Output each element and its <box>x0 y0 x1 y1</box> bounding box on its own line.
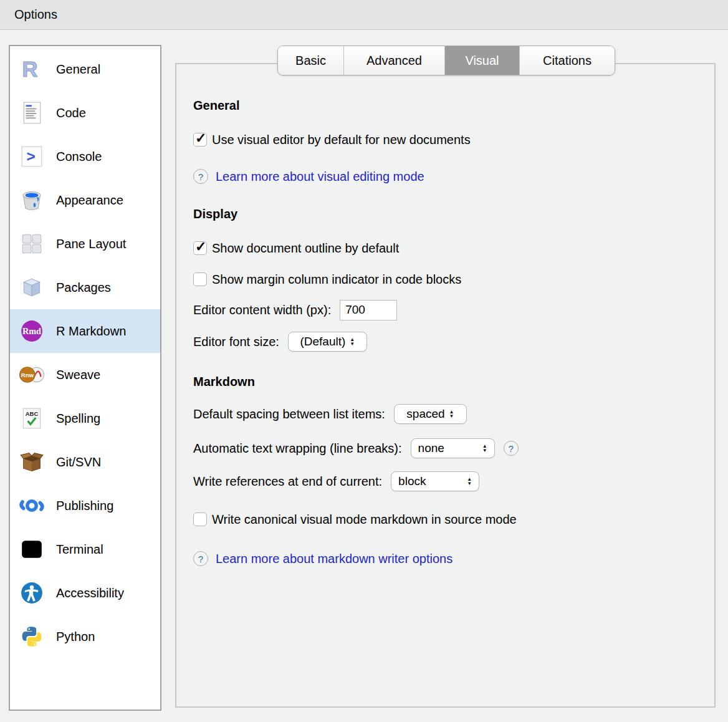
accessibility-person-icon <box>19 580 44 605</box>
write-canonical-checkbox[interactable]: ✓ <box>193 513 207 526</box>
sidebar-item-label: Packages <box>56 281 111 295</box>
font-size-label: Editor font size: <box>193 335 279 349</box>
references-select[interactable]: block ▲▼ <box>391 471 479 491</box>
svg-text:Rmd: Rmd <box>22 326 41 336</box>
references-label: Write references at end of current: <box>193 474 382 489</box>
visual-editing-learn-more-link[interactable]: Learn more about visual editing mode <box>216 170 424 184</box>
show-margin-checkbox[interactable]: ✓ <box>193 272 207 286</box>
sidebar-item-label: R Markdown <box>56 324 126 339</box>
row-list-spacing: Default spacing between list items: spac… <box>193 404 467 424</box>
row-text-wrapping: Automatic text wrapping (line breaks): n… <box>193 438 519 458</box>
write-canonical-label: Write canonical visual mode markdown in … <box>212 513 517 527</box>
help-icon[interactable]: ? <box>193 551 208 566</box>
svg-text:>: > <box>27 148 36 165</box>
sidebar-item-label: Terminal <box>56 542 103 557</box>
row-content-width: Editor content width (px): <box>193 300 397 320</box>
row-visual-editing-help: ? Learn more about visual editing mode <box>193 166 424 186</box>
row-show-margin: ✓ Show margin column indicator in code b… <box>193 269 461 289</box>
options-category-sidebar: R General Code > Console Appearance Pane… <box>9 45 161 711</box>
cardboard-box-icon <box>19 450 44 474</box>
package-cube-icon <box>19 275 44 300</box>
row-references: Write references at end of current: bloc… <box>193 471 479 491</box>
checkmark-icon: ✓ <box>195 239 206 255</box>
tab-visual[interactable]: Visual <box>445 46 520 75</box>
row-markdown-writer-help: ? Learn more about markdown writer optio… <box>193 549 453 569</box>
list-spacing-select[interactable]: spaced ▲▼ <box>394 404 467 424</box>
select-arrows-icon: ▲▼ <box>467 477 472 486</box>
rmarkdown-badge-icon: Rmd <box>19 319 44 344</box>
sidebar-item-python[interactable]: Python <box>10 615 160 658</box>
row-show-outline: ✓ Show document outline by default <box>193 238 399 258</box>
select-arrows-icon: ▲▼ <box>350 337 355 346</box>
show-margin-label: Show margin column indicator in code blo… <box>212 272 461 287</box>
select-arrows-icon: ▲▼ <box>482 444 487 453</box>
settings-tabbar: Basic Advanced Visual Citations <box>277 46 615 75</box>
markdown-writer-learn-more-link[interactable]: Learn more about markdown writer options <box>216 552 453 566</box>
tab-advanced[interactable]: Advanced <box>344 46 445 75</box>
sidebar-item-label: Console <box>56 150 102 164</box>
sidebar-item-pane-layout[interactable]: Pane Layout <box>10 222 160 266</box>
content-width-label: Editor content width (px): <box>193 303 331 317</box>
checkmark-icon: ✓ <box>195 130 206 147</box>
paint-bucket-icon <box>19 188 44 213</box>
show-outline-checkbox[interactable]: ✓ <box>193 241 207 255</box>
sidebar-item-label: Publishing <box>56 499 113 513</box>
text-wrapping-select[interactable]: none ▲▼ <box>411 438 495 458</box>
tab-citations[interactable]: Citations <box>520 46 615 75</box>
svg-text:ABC: ABC <box>26 410 39 417</box>
abc-checkmark-icon: ABC <box>19 406 44 431</box>
select-arrows-icon: ▲▼ <box>449 410 454 418</box>
sidebar-item-label: Code <box>56 106 86 120</box>
use-visual-editor-label: Use visual editor by default for new doc… <box>212 133 471 147</box>
sidebar-item-git-svn[interactable]: Git/SVN <box>10 440 160 484</box>
section-heading-general: General <box>193 95 239 115</box>
console-prompt-icon: > <box>19 144 44 169</box>
section-heading-display: Display <box>193 204 237 224</box>
window-title: Options <box>14 7 57 22</box>
sidebar-item-packages[interactable]: Packages <box>10 266 160 309</box>
sidebar-item-sweave[interactable]: Rnw Sweave <box>10 353 160 397</box>
content-width-input[interactable] <box>340 300 397 320</box>
sidebar-item-label: Appearance <box>56 193 123 208</box>
publish-connect-icon <box>19 493 44 518</box>
row-write-canonical: ✓ Write canonical visual mode markdown i… <box>193 509 517 529</box>
show-outline-label: Show document outline by default <box>212 241 399 256</box>
window-titlebar: Options <box>0 0 728 30</box>
sidebar-item-spelling[interactable]: ABC Spelling <box>10 397 160 440</box>
help-icon[interactable]: ? <box>504 441 519 456</box>
visual-settings-panel: General ✓ Use visual editor by default f… <box>175 63 716 708</box>
sidebar-item-label: Git/SVN <box>56 455 101 469</box>
code-document-icon <box>19 100 44 125</box>
help-icon[interactable]: ? <box>193 169 208 184</box>
sidebar-item-label: Python <box>56 630 95 644</box>
sidebar-item-r-markdown[interactable]: Rmd R Markdown <box>10 309 160 353</box>
use-visual-editor-checkbox[interactable]: ✓ <box>193 133 207 147</box>
sweave-rnw-pdf-icon: Rnw <box>19 362 44 387</box>
text-wrapping-label: Automatic text wrapping (line breaks): <box>193 441 402 456</box>
sidebar-item-label: Sweave <box>56 368 100 382</box>
python-logo-icon <box>19 624 44 649</box>
sidebar-item-code[interactable]: Code <box>10 91 160 135</box>
r-logo-icon: R <box>19 57 44 82</box>
sidebar-item-label: Pane Layout <box>56 237 126 251</box>
sidebar-item-console[interactable]: > Console <box>10 135 160 178</box>
font-size-select[interactable]: (Default) ▲▼ <box>288 332 367 352</box>
list-spacing-label: Default spacing between list items: <box>193 407 385 421</box>
svg-text:R: R <box>22 57 37 81</box>
sidebar-item-terminal[interactable]: Terminal <box>10 527 160 571</box>
tab-basic[interactable]: Basic <box>278 46 344 75</box>
sidebar-item-appearance[interactable]: Appearance <box>10 178 160 222</box>
pane-grid-icon <box>19 231 44 256</box>
sidebar-item-general[interactable]: R General <box>10 47 160 91</box>
sidebar-item-label: General <box>56 62 100 77</box>
terminal-window-icon <box>19 537 44 562</box>
svg-text:Rnw: Rnw <box>21 372 34 378</box>
section-heading-markdown: Markdown <box>193 372 255 392</box>
sidebar-item-label: Spelling <box>56 412 100 426</box>
sidebar-item-accessibility[interactable]: Accessibility <box>10 571 160 615</box>
sidebar-item-publishing[interactable]: Publishing <box>10 484 160 527</box>
sidebar-item-label: Accessibility <box>56 586 124 600</box>
row-font-size: Editor font size: (Default) ▲▼ <box>193 332 367 352</box>
row-use-visual-editor: ✓ Use visual editor by default for new d… <box>193 130 471 150</box>
